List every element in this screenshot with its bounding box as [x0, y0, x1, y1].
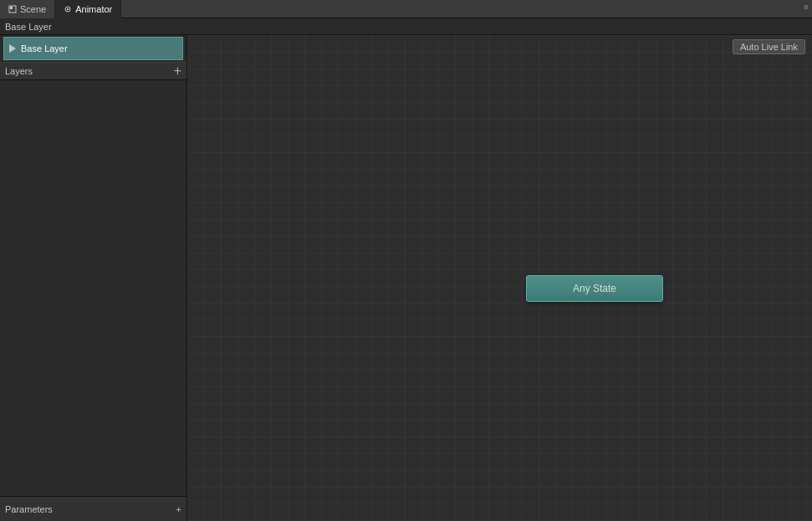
animator-window: Scene Animator ≡ Base Layer Base Layer: [0, 0, 812, 521]
layers-content: [0, 80, 186, 496]
parameters-header: Parameters +: [0, 497, 186, 521]
any-state-node[interactable]: Any State: [526, 275, 663, 302]
svg-rect-1: [10, 7, 13, 9]
parameters-title: Parameters: [5, 504, 53, 514]
breadcrumb-label: Base Layer: [5, 22, 52, 32]
left-panel: Base Layer Layers + Parameters +: [0, 35, 187, 521]
auto-live-link-button[interactable]: Auto Live Link: [733, 39, 805, 54]
main-area: Base Layer Layers + Parameters + Au: [0, 35, 812, 521]
tab-animator[interactable]: Animator: [55, 0, 121, 18]
animator-icon: [64, 5, 72, 13]
tab-animator-label: Animator: [75, 4, 112, 14]
layers-section: Base Layer Layers +: [0, 35, 186, 496]
add-layer-button[interactable]: +: [174, 64, 181, 78]
scene-icon: [8, 5, 17, 13]
layers-header: Layers +: [0, 62, 186, 80]
breadcrumb-bar: Base Layer: [0, 18, 812, 35]
base-layer-item[interactable]: Base Layer: [3, 37, 183, 60]
add-parameter-button[interactable]: +: [176, 504, 181, 514]
tab-bar: Scene Animator ≡: [0, 0, 812, 18]
base-layer-label: Base Layer: [21, 43, 68, 54]
tab-menu-icon[interactable]: ≡: [804, 3, 809, 12]
layers-title: Layers: [5, 66, 33, 76]
play-icon: [9, 44, 16, 53]
tab-scene-label: Scene: [20, 4, 46, 14]
tab-scene[interactable]: Scene: [0, 0, 55, 18]
parameters-section: Parameters +: [0, 496, 186, 521]
graph-area[interactable]: Auto Live Link Any State: [187, 35, 812, 521]
svg-marker-3: [67, 8, 69, 10]
any-state-label: Any State: [573, 283, 616, 294]
